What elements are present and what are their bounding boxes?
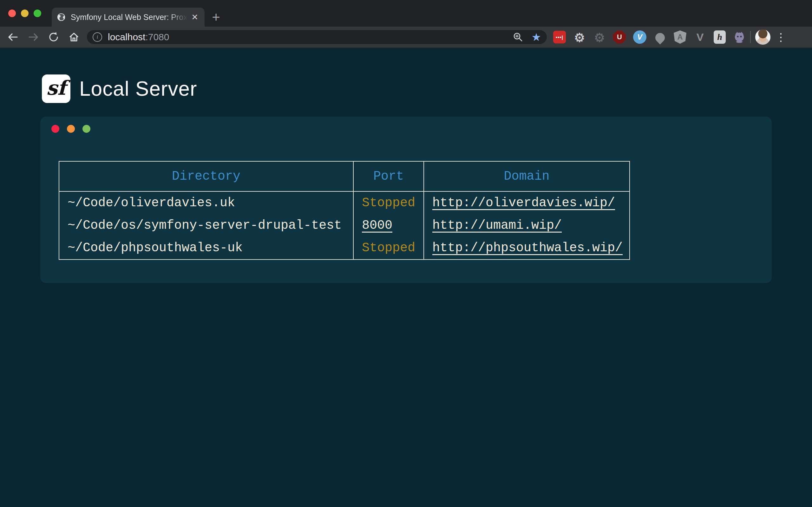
browser-toolbar: i localhost:7080 ★ •••| ⚙ ⚙ U V A V h: [0, 26, 812, 48]
table-header-row: Directory Port Domain: [59, 161, 629, 191]
maximize-window-button[interactable]: [34, 9, 41, 17]
forward-button[interactable]: [26, 30, 41, 44]
octocat-icon: [733, 31, 746, 43]
tab-title: Symfony Local Web Server: Prox: [71, 13, 190, 22]
page-title: Local Server: [79, 77, 197, 101]
url-port: :7080: [145, 32, 169, 42]
servers-table: Directory Port Domain ~/Code/oliverdavie…: [59, 161, 630, 260]
terminal-dot-red: [51, 125, 59, 133]
vimium-extension-icon[interactable]: V: [633, 31, 647, 44]
site-info-icon[interactable]: i: [93, 32, 102, 42]
table-row: ~/Code/os/symfony-server-drupal-test 800…: [59, 214, 629, 237]
port-cell: 8000: [353, 214, 424, 237]
domain-cell: http://umami.wip/: [424, 214, 629, 237]
directory-cell: ~/Code/oliverdavies.uk: [59, 191, 353, 214]
gear-dark-extension-icon[interactable]: ⚙: [593, 31, 606, 43]
domain-cell: http://phpsouthwales.wip/: [424, 237, 629, 260]
domain-link[interactable]: http://phpsouthwales.wip/: [432, 241, 623, 255]
drupal-extension-icon[interactable]: [654, 31, 666, 43]
page-content: sf Local Server Directory Port Domain: [0, 48, 812, 507]
address-bar[interactable]: i localhost:7080 ★: [87, 30, 547, 44]
h-extension-icon[interactable]: h: [714, 31, 726, 44]
zoom-icon[interactable]: [513, 32, 523, 43]
tab-strip: Symfony Local Web Server: Prox ✕ +: [0, 0, 812, 26]
url-text[interactable]: localhost:7080: [108, 32, 169, 43]
domain-cell: http://oliverdavies.wip/: [424, 191, 629, 214]
angular-extension-icon[interactable]: A: [674, 31, 687, 44]
vue-devtools-extension-icon[interactable]: V: [694, 31, 706, 43]
profile-avatar[interactable]: [755, 30, 770, 45]
port-cell: Stopped: [353, 191, 424, 214]
close-window-button[interactable]: [8, 9, 16, 17]
brand-header: sf Local Server: [42, 74, 197, 103]
home-button[interactable]: [67, 30, 81, 44]
symfony-sf-glyph: sf: [46, 76, 66, 100]
terminal-panel: Directory Port Domain ~/Code/oliverdavie…: [40, 117, 772, 283]
table-row: ~/Code/phpsouthwales-uk Stopped http://p…: [59, 237, 629, 260]
bookmark-star-icon[interactable]: ★: [531, 32, 541, 43]
domain-link[interactable]: http://umami.wip/: [432, 218, 562, 233]
back-button[interactable]: [6, 30, 20, 44]
port-status: Stopped: [362, 196, 415, 210]
table-row: ~/Code/oliverdavies.uk Stopped http://ol…: [59, 191, 629, 214]
ublock-origin-extension-icon[interactable]: U: [613, 31, 626, 43]
port-cell: Stopped: [353, 237, 424, 260]
header-domain: Domain: [424, 161, 629, 191]
terminal-dot-green: [83, 125, 90, 133]
header-directory: Directory: [59, 161, 353, 191]
globe-favicon-icon: [57, 13, 66, 21]
browser-menu-icon[interactable]: ⋮: [775, 32, 786, 43]
header-port: Port: [353, 161, 424, 191]
url-host: localhost: [108, 32, 145, 42]
toolbar-separator: [750, 31, 751, 43]
tab-close-icon[interactable]: ✕: [190, 12, 200, 22]
browser-tab[interactable]: Symfony Local Web Server: Prox ✕: [52, 8, 205, 26]
domain-link[interactable]: http://oliverdavies.wip/: [432, 196, 615, 210]
port-status: Stopped: [362, 241, 415, 255]
new-tab-button[interactable]: +: [208, 9, 224, 25]
password-manager-extension-icon[interactable]: •••|: [553, 31, 566, 43]
drupal-drop-icon: [653, 31, 667, 44]
port-link[interactable]: 8000: [362, 218, 392, 233]
reload-button[interactable]: [46, 30, 61, 44]
browser-window: Symfony Local Web Server: Prox ✕ + i loc…: [0, 0, 812, 507]
terminal-window-dots: [51, 125, 90, 133]
gear-light-extension-icon[interactable]: ⚙: [573, 31, 586, 43]
window-controls: [8, 9, 41, 17]
directory-cell: ~/Code/phpsouthwales-uk: [59, 237, 353, 260]
extension-icons: •••| ⚙ ⚙ U V A V h: [553, 31, 746, 44]
directory-cell: ~/Code/os/symfony-server-drupal-test: [59, 214, 353, 237]
symfony-logo: sf: [42, 74, 70, 103]
minimize-window-button[interactable]: [21, 9, 29, 17]
terminal-dot-orange: [67, 125, 75, 133]
github-extension-icon[interactable]: [733, 31, 746, 43]
